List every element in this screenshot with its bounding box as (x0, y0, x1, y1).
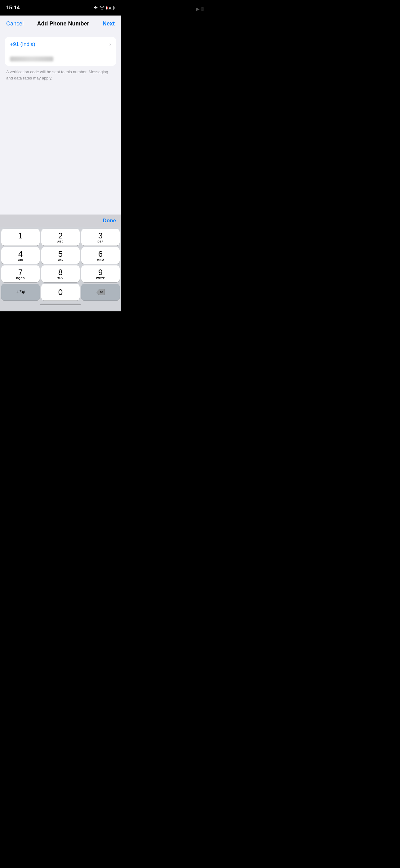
hint-text: A verification code will be sent to this… (5, 69, 116, 81)
key-9[interactable]: 9 WXYZ (81, 266, 120, 282)
battery-icon: 20 (106, 6, 115, 10)
keyboard-row-1: 1 2 ABC 3 DEF (1, 229, 120, 246)
next-button[interactable]: Next (103, 19, 115, 28)
airplane-icon: ✈ (94, 5, 98, 10)
done-button[interactable]: Done (103, 218, 116, 224)
keyboard: 1 2 ABC 3 DEF 4 GHI 5 JKL 6 (0, 227, 121, 302)
phone-number-row[interactable] (5, 52, 116, 66)
country-selector[interactable]: +91 (India) › (5, 37, 116, 52)
page-title: Add Phone Number (37, 21, 89, 27)
keyboard-row-4: +*# 0 (1, 284, 120, 301)
key-7[interactable]: 7 PQRS (1, 266, 40, 282)
chevron-right-icon: › (109, 41, 111, 47)
cancel-button[interactable]: Cancel (6, 19, 24, 28)
key-2[interactable]: 2 ABC (41, 229, 80, 246)
status-bar-icons: ✈ 20 (94, 5, 115, 10)
country-label: +91 (India) (10, 41, 35, 48)
key-3[interactable]: 3 DEF (81, 229, 120, 246)
phone-input-card: +91 (India) › (5, 37, 116, 66)
key-8[interactable]: 8 TUV (41, 266, 80, 282)
key-1[interactable]: 1 (1, 229, 40, 246)
key-6[interactable]: 6 MNO (81, 247, 120, 264)
key-backspace[interactable] (81, 284, 120, 301)
key-symbols[interactable]: +*# (1, 284, 40, 301)
key-5[interactable]: 5 JKL (41, 247, 80, 264)
done-bar: Done (0, 215, 121, 227)
home-bar (40, 304, 80, 305)
home-indicator (0, 302, 121, 311)
empty-space (0, 81, 121, 215)
status-bar: 15:14 ▶ ✈ 20 (0, 0, 121, 16)
main-content: Cancel Add Phone Number Next +91 (India)… (0, 16, 121, 311)
phone-number-blurred (10, 57, 53, 61)
wifi-icon (100, 6, 104, 10)
keyboard-row-3: 7 PQRS 8 TUV 9 WXYZ (1, 266, 120, 282)
key-0[interactable]: 0 (41, 284, 80, 301)
keyboard-row-2: 4 GHI 5 JKL 6 MNO (1, 247, 120, 264)
key-4[interactable]: 4 GHI (1, 247, 40, 264)
nav-bar: Cancel Add Phone Number Next (0, 16, 121, 31)
backspace-icon (96, 289, 105, 295)
content-area: +91 (India) › A verification code will b… (0, 31, 121, 81)
status-time: 15:14 (6, 5, 20, 11)
